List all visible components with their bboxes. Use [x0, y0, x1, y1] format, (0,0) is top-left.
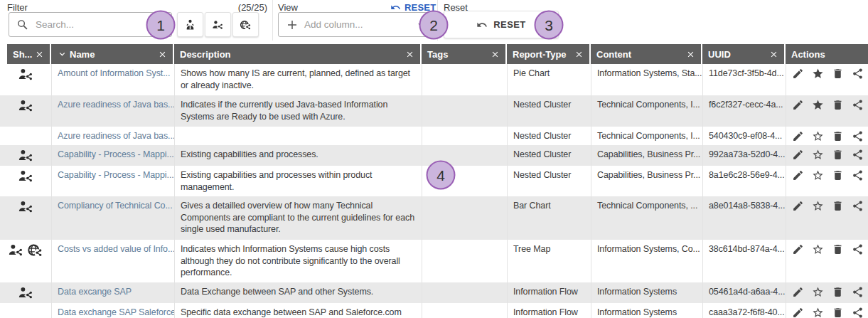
presenter-filter-button[interactable]: [177, 12, 203, 37]
report-name-link[interactable]: Compliancy of Technical Co...: [58, 201, 173, 211]
share-icon[interactable]: [852, 307, 864, 318]
sort-descending-icon: [57, 49, 68, 60]
close-icon[interactable]: [158, 50, 167, 59]
delete-icon[interactable]: [832, 149, 844, 161]
presenter-icon: [184, 18, 196, 32]
person-share-icon: [17, 98, 35, 113]
edit-icon[interactable]: [792, 307, 804, 318]
content-cell: Information Systems: [591, 303, 702, 318]
star-icon[interactable]: [812, 200, 824, 212]
delete-icon[interactable]: [832, 286, 844, 298]
close-icon[interactable]: [686, 50, 695, 59]
report-name-link[interactable]: Costs vs added value of Info...: [58, 244, 174, 254]
column-header-actions[interactable]: Actions: [786, 44, 868, 64]
search-input[interactable]: [34, 18, 164, 31]
delete-icon[interactable]: [832, 307, 844, 318]
edit-icon[interactable]: [792, 200, 804, 212]
uuid-cell: f6c2f327-cecc-4a...: [702, 95, 786, 127]
table-row[interactable]: Compliancy of Technical Co...Gives a det…: [0, 196, 868, 240]
description-cell: [174, 127, 422, 145]
report-type-cell: Nested Cluster: [507, 145, 591, 166]
column-header-name[interactable]: Name: [51, 44, 174, 64]
share-icon[interactable]: [852, 68, 864, 80]
star-icon[interactable]: [812, 68, 824, 80]
person-share-icon: [17, 199, 35, 214]
star-icon[interactable]: [812, 243, 824, 255]
column-header-share[interactable]: Sh...: [7, 44, 51, 64]
edit-icon[interactable]: [792, 149, 804, 161]
add-column-dropdown[interactable]: Add column...: [278, 12, 434, 37]
table-row[interactable]: Data exchange SAP SaleforceSpecific data…: [0, 303, 868, 318]
column-header-tags[interactable]: Tags: [422, 44, 507, 64]
edit-icon[interactable]: [792, 286, 804, 298]
delete-icon[interactable]: [832, 68, 844, 80]
name-cell: Data excange SAP: [51, 282, 174, 303]
report-name-link[interactable]: Capability - Process - Mappi...: [58, 170, 174, 180]
share-icon[interactable]: [852, 243, 864, 255]
share-icon[interactable]: [852, 286, 864, 298]
star-icon[interactable]: [812, 130, 824, 142]
shared-status-cell: [0, 303, 51, 318]
close-icon[interactable]: [574, 50, 584, 59]
report-name-link[interactable]: Azure readiness of Java bas...: [58, 131, 174, 141]
star-icon[interactable]: [812, 286, 824, 298]
plus-icon: [286, 18, 299, 31]
delete-icon[interactable]: [832, 99, 844, 111]
edit-icon[interactable]: [792, 130, 804, 142]
delete-icon[interactable]: [832, 130, 844, 142]
share-icon[interactable]: [852, 149, 864, 161]
description-cell: Existing capabilities and processes with…: [174, 166, 422, 196]
column-header-description[interactable]: Description: [174, 44, 422, 64]
column-header-content[interactable]: Content: [591, 44, 702, 64]
share-icon[interactable]: [852, 169, 864, 181]
globe-share-filter-button[interactable]: [232, 12, 259, 37]
undo-icon: [476, 19, 488, 31]
share-icon[interactable]: [852, 200, 864, 212]
actions-cell: [786, 282, 868, 303]
close-icon[interactable]: [491, 50, 500, 59]
delete-icon[interactable]: [832, 200, 844, 212]
close-icon[interactable]: [405, 50, 414, 59]
star-icon[interactable]: [812, 99, 824, 111]
table-row[interactable]: Data excange SAPData Exchange between SA…: [0, 282, 868, 303]
column-header-report_type[interactable]: Report-Type: [507, 44, 591, 64]
edit-icon[interactable]: [792, 243, 804, 255]
share-icon[interactable]: [852, 130, 864, 142]
close-icon[interactable]: [769, 50, 778, 59]
star-icon[interactable]: [812, 307, 824, 318]
shared-status-cell: [0, 145, 51, 166]
table-row[interactable]: Costs vs added value of Info...Indicates…: [0, 240, 868, 282]
description-cell: Existing capabilities and processes.: [174, 145, 422, 166]
delete-icon[interactable]: [832, 169, 844, 181]
table-row[interactable]: Azure readiness of Java bas...Nested Clu…: [0, 127, 868, 145]
person-share-icon: [17, 67, 35, 82]
actions-cell: [786, 196, 868, 240]
report-name-link[interactable]: Capability - Process - Mappi...: [58, 149, 174, 159]
report-name-link[interactable]: Data excange SAP: [58, 287, 132, 297]
report-type-cell: Bar Chart: [507, 196, 591, 240]
uuid-cell: 05461a4d-a6aa-4...: [702, 282, 786, 303]
person-share-icon: [17, 148, 35, 163]
edit-icon[interactable]: [792, 99, 804, 111]
uuid-cell: 540430c9-ef08-4...: [702, 127, 786, 145]
report-name-link[interactable]: Azure readiness of Java bas...: [58, 100, 174, 110]
table-row[interactable]: Amount of Information Syst...Shows how m…: [0, 64, 868, 95]
content-cell: Information Systems, Sta...: [591, 64, 702, 95]
name-cell: Azure readiness of Java bas...: [51, 95, 174, 127]
column-header-label: UUID: [708, 49, 731, 60]
share-icon[interactable]: [852, 99, 864, 111]
column-header-uuid[interactable]: UUID: [702, 44, 786, 64]
report-name-link[interactable]: Amount of Information Syst...: [58, 68, 170, 78]
edit-icon[interactable]: [792, 68, 804, 80]
star-icon[interactable]: [812, 149, 824, 161]
edit-icon[interactable]: [792, 169, 804, 181]
actions-cell: [786, 95, 868, 127]
table-row[interactable]: Azure readiness of Java bas...Indicates …: [0, 95, 868, 127]
close-icon[interactable]: [35, 50, 44, 59]
person-share-filter-button[interactable]: [205, 12, 231, 37]
delete-icon[interactable]: [832, 243, 844, 255]
report-name-link[interactable]: Data exchange SAP Saleforce: [58, 307, 174, 317]
tags-cell: [422, 95, 507, 127]
shared-status-cell: [0, 282, 51, 303]
star-icon[interactable]: [812, 169, 824, 181]
